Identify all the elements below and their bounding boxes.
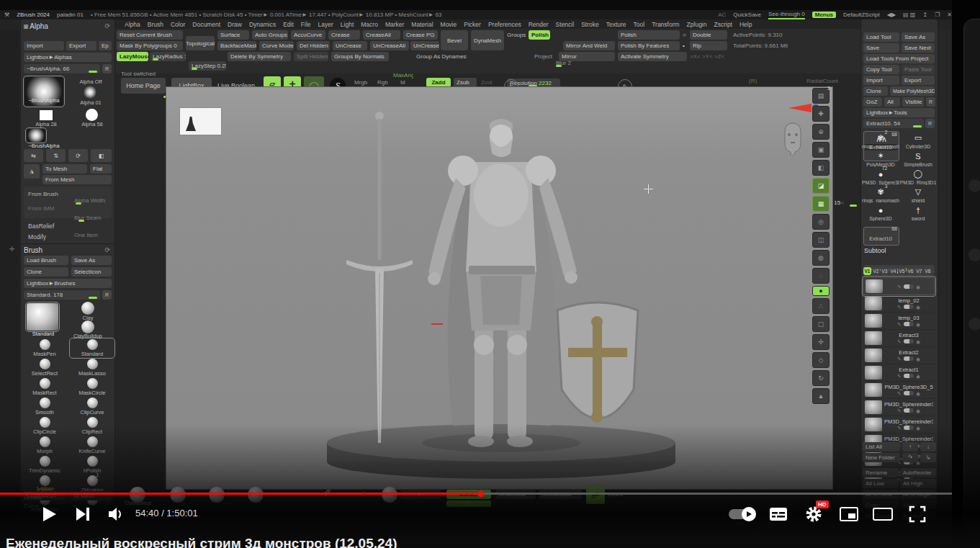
polish-mode-dot[interactable]: ○ bbox=[683, 32, 686, 38]
polypaint-toggle[interactable] bbox=[904, 374, 914, 378]
goz-button[interactable]: GoZ bbox=[863, 97, 882, 107]
m-button[interactable]: M bbox=[400, 79, 405, 86]
alpha58-thumbnail[interactable] bbox=[86, 109, 98, 121]
mask-by-polygroups-slider[interactable]: Mask By Polygroups 0 bbox=[117, 41, 183, 50]
polypaint-toggle[interactable] bbox=[904, 356, 914, 361]
alpha-r-button[interactable]: R bbox=[102, 64, 112, 73]
subtool-row[interactable]: temp_03 ✎ ◉ bbox=[863, 313, 935, 330]
blur-seam-slider[interactable]: Blur Seam bbox=[71, 213, 110, 223]
polypaint-toggle[interactable] bbox=[904, 426, 914, 430]
curve-mode-button[interactable]: Curve Mode bbox=[259, 41, 294, 50]
surface-button[interactable]: Surface bbox=[217, 30, 249, 40]
creaseall-button[interactable]: CreaseAll bbox=[363, 30, 400, 40]
sculpt-viewport[interactable] bbox=[166, 86, 833, 490]
flat-button[interactable]: Flat bbox=[90, 164, 112, 174]
close-icon[interactable]: ✕ bbox=[947, 12, 952, 18]
brush-saveas-button[interactable]: Save As bbox=[71, 256, 112, 265]
tool-thumbnail[interactable]: ✾2 rings_nanomash bbox=[862, 132, 899, 149]
double-button[interactable]: Double bbox=[690, 30, 727, 40]
polypaint-toggle[interactable] bbox=[904, 284, 914, 289]
scroll-left-icon[interactable]: ◀▶ bbox=[887, 12, 896, 18]
group-as-dynamesh-button[interactable]: Group As Dynamesh Sub bbox=[416, 53, 467, 60]
goz-r-button[interactable]: R bbox=[926, 97, 935, 107]
goz-visible-button[interactable]: Visible bbox=[902, 97, 924, 107]
tool-thumbnail[interactable]: ▽ shield bbox=[899, 187, 937, 203]
visibility-tab[interactable]: V2 bbox=[872, 267, 880, 275]
polypaint-toggle[interactable] bbox=[904, 322, 914, 326]
subtool-row[interactable]: Extract3 ✎ ◉ bbox=[863, 330, 935, 347]
alpha01-thumbnail[interactable] bbox=[83, 86, 97, 99]
invert-icon[interactable]: ◧ bbox=[91, 149, 112, 162]
tool-thumbnail[interactable]: † sword bbox=[899, 205, 937, 221]
menu-item[interactable]: Dynamics bbox=[246, 21, 279, 28]
autoplay-toggle[interactable] bbox=[729, 509, 755, 519]
polish-toggle[interactable]: Polish bbox=[529, 30, 550, 40]
alpha-ep-button[interactable]: Ep bbox=[99, 41, 112, 50]
theater-mode-button[interactable] bbox=[873, 506, 893, 522]
eye-icon[interactable]: ◉ bbox=[916, 356, 920, 361]
right-shelf-icon[interactable]: ✚ bbox=[812, 106, 830, 122]
one-item-slider[interactable]: One Item bbox=[71, 230, 110, 240]
standard-brush-thumbnail[interactable] bbox=[27, 303, 58, 331]
brush-current-slider[interactable]: Standard. 178 bbox=[24, 290, 100, 300]
miniplayer-button[interactable] bbox=[840, 506, 858, 522]
sculpt-brush-icon[interactable]: ✎ bbox=[897, 426, 902, 431]
brush-grid-cell[interactable]: MaskRect bbox=[23, 378, 66, 396]
camera-head-gizmo[interactable] bbox=[782, 122, 804, 155]
rip-button[interactable]: Rip bbox=[690, 41, 727, 50]
tool-thumbnail[interactable]: ▭ Cylinder3D bbox=[899, 132, 937, 149]
brush-grid-cell[interactable]: Morph bbox=[23, 436, 66, 454]
save-next-button[interactable]: Save Next bbox=[902, 43, 935, 53]
polypaint-toggle[interactable] bbox=[904, 408, 914, 413]
menu-item[interactable]: Preferences bbox=[485, 21, 525, 28]
right-shelf-icon[interactable]: ◫ bbox=[812, 232, 830, 248]
brush-thumbnail[interactable] bbox=[87, 359, 98, 369]
brush-thumbnail[interactable] bbox=[40, 456, 50, 467]
menu-item[interactable]: Light bbox=[337, 21, 357, 28]
menu-item[interactable]: Macro bbox=[357, 21, 382, 28]
menu-item[interactable]: Movie bbox=[437, 21, 461, 28]
brush-thumbnail[interactable] bbox=[40, 436, 50, 447]
menu-item[interactable]: Zscript bbox=[710, 21, 736, 28]
visibility-tab[interactable]: V4 bbox=[889, 267, 897, 275]
auto-groups-button[interactable]: Auto Groups bbox=[252, 30, 288, 40]
topological-button[interactable]: Topological bbox=[186, 36, 215, 50]
from-mesh-button[interactable]: From Mesh bbox=[42, 175, 112, 184]
alpha-section-item[interactable]: BasRelief bbox=[28, 223, 54, 230]
bevel-button[interactable]: Bevel bbox=[441, 30, 468, 50]
subtool-row[interactable]: PM3D_Sphereinder3D1 ✎ ◉ bbox=[863, 399, 935, 416]
right-shelf-icon[interactable]: ◪ bbox=[812, 178, 830, 194]
brush-thumbnail[interactable] bbox=[40, 475, 50, 486]
brush-grid-cell[interactable]: Standard bbox=[71, 339, 114, 357]
menu-item[interactable]: Edit bbox=[279, 21, 297, 28]
mirror-button[interactable]: Mirror bbox=[559, 52, 615, 61]
flip-h-icon[interactable]: ⇆ bbox=[24, 149, 43, 162]
brush-clone-button[interactable]: Clone bbox=[24, 267, 68, 277]
menu-item[interactable]: Render bbox=[525, 21, 552, 28]
all-low-button[interactable]: All Low bbox=[863, 479, 899, 488]
menu-item[interactable]: File bbox=[297, 21, 315, 28]
menu-item[interactable]: Help bbox=[736, 21, 755, 28]
alpha-current-slider[interactable]: ~BrushAlpha. 66 bbox=[24, 64, 100, 73]
sculpt-brush-icon[interactable]: ✎ bbox=[897, 284, 902, 289]
visibility-tab[interactable]: V7 bbox=[915, 267, 923, 275]
redo-arrow-icon[interactable]: ↷ bbox=[902, 453, 918, 462]
brush-grid-cell[interactable]: SelectRect bbox=[23, 359, 66, 377]
brush-thumbnail[interactable] bbox=[87, 378, 98, 389]
alpha28-thumbnail[interactable] bbox=[40, 110, 53, 120]
upload-icon[interactable]: ↥ bbox=[922, 12, 927, 18]
xyz-buttons[interactable]: >X< >Y< >Z< bbox=[690, 53, 724, 60]
sculpt-brush-icon[interactable]: ✎ bbox=[897, 356, 902, 361]
tool-current-slider[interactable]: Extract10. 54 bbox=[863, 119, 924, 128]
lazyradius-slider[interactable]: LazyRadius 1 bbox=[150, 52, 186, 61]
make-polymesh3d-button[interactable]: Make PolyMesh3D bbox=[890, 86, 935, 96]
panel-refresh-icon[interactable]: ⟳ bbox=[104, 22, 110, 30]
alpha-off-label[interactable]: Alpha Off bbox=[71, 78, 110, 85]
eye-icon[interactable]: ◉ bbox=[916, 374, 920, 379]
brush-grid-cell[interactable]: ClipCurve bbox=[71, 397, 114, 416]
tool-thumbnail[interactable]: S SimpleBrush bbox=[899, 151, 937, 167]
right-shelf-icon[interactable]: ∴ bbox=[812, 298, 830, 314]
eye-icon[interactable]: ◉ bbox=[916, 322, 920, 327]
brush-thumbnail[interactable]: 1 bbox=[87, 475, 98, 486]
sculpt-brush-icon[interactable]: ✎ bbox=[897, 322, 902, 327]
